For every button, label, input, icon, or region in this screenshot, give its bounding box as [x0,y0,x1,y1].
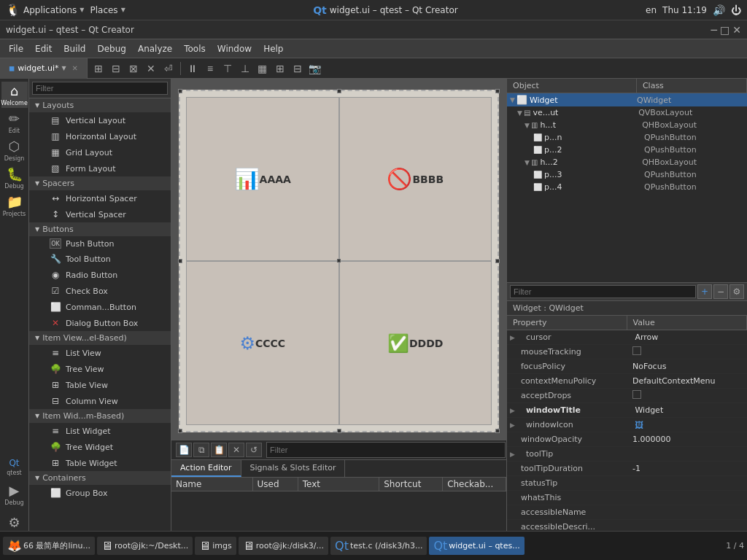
resize-handle-tl[interactable] [178,89,182,93]
volume-icon[interactable]: 🔊 [713,4,725,16]
tab-signals-slots[interactable]: Signals & Slots Editor [241,460,346,477]
taskbar-terminal2[interactable]: 🖥 root@jk:/disk3/... [239,537,328,555]
taskbar-firefox[interactable]: 🦊 66 最简单的linu... [3,537,95,555]
menu-window[interactable]: Window [212,42,258,55]
resize-handle-tm[interactable] [337,89,341,93]
menu-debug[interactable]: Debug [91,42,131,55]
widget-group-box[interactable]: ⬜ Group Box [29,485,171,501]
pe-row-tooltip[interactable]: ▶ toolTip [507,447,747,462]
activity-debug[interactable]: 🐛 Debug [1,165,28,191]
cell1-resize[interactable] [337,259,341,262]
tab-close-icon[interactable]: ✕ [72,64,78,72]
canvas-area[interactable]: 📊 AAAA 🚫 BBBB ⚙ CCCC [171,79,506,440]
widget-tree-widget[interactable]: 🌳 Tree Widget [29,439,171,455]
section-containers[interactable]: Containers [29,471,171,485]
widget-form-layout[interactable]: ▧ Form Layout [29,160,171,176]
activity-edit[interactable]: ✏ Edit [1,109,28,136]
pe-row-accessible-name[interactable]: accessibleName [507,505,747,520]
applications-label[interactable]: Applications [23,5,77,15]
oi-row-push2[interactable]: ⬜ p...2 QPushButton [507,144,747,156]
ae-paste-button[interactable]: 📋 [211,443,227,457]
menu-tools[interactable]: Tools [178,42,212,55]
widget-check-box[interactable]: ☑ Check Box [29,283,171,299]
pe-row-window-title[interactable]: ▶ windowTitle Widget [507,403,747,418]
widget-tree-view[interactable]: 🌳 Tree View [29,361,171,377]
tab-dropdown-icon[interactable]: ▼ [61,65,66,71]
resize-handle-bl[interactable] [178,429,182,433]
power-icon[interactable]: ⏻ [731,4,741,16]
tab-widget-ui[interactable]: ◼ widget.ui* ▼ ✕ [0,58,88,79]
toolbar-btn-12[interactable]: ⊟ [290,61,306,77]
section-item-views[interactable]: Item View...el-Based) [29,331,171,345]
minimize-button[interactable]: ─ [711,24,717,36]
ae-new-button[interactable]: 📄 [176,443,192,457]
toolbar-btn-5[interactable]: ⏎ [160,61,177,77]
toolbar-btn-2[interactable]: ⊟ [108,61,124,77]
menu-analyze[interactable]: Analyze [132,42,178,55]
pe-row-cursor[interactable]: ▶ cursor Arrow [507,330,747,345]
pe-remove-button[interactable]: − [713,284,728,299]
toolbar-btn-10[interactable]: ▦ [255,61,271,77]
widget-column-view[interactable]: ⊟ Column View [29,393,171,409]
taskbar-testc[interactable]: Qt test.c (/disk3/h3... [330,537,427,555]
widget-list-widget[interactable]: ≡ List Widget [29,423,171,439]
oi-row-widget[interactable]: ▼ ⬜ Widget QWidget [507,93,747,106]
widget-horizontal-layout[interactable]: ▥ Horizontal Layout [29,128,171,144]
pe-filter-input[interactable] [510,285,696,298]
resize-handle-bm[interactable] [337,429,341,433]
pe-row-accept-drops[interactable]: acceptDrops [507,389,747,403]
oi-row-push4[interactable]: ⬜ p...4 QPushButton [507,181,747,193]
ae-copy-button[interactable]: ⧉ [193,443,209,457]
pe-add-button[interactable]: + [697,284,712,299]
activity-debug2[interactable]: ▶ Debug [1,481,28,508]
menu-build[interactable]: Build [58,42,91,55]
pe-row-tooltip-duration[interactable]: toolTipDuration -1 [507,462,747,476]
toolbar-btn-8[interactable]: ⊤ [220,61,236,77]
taskbar-imgs[interactable]: 🖥 imgs [195,537,236,555]
pe-row-status-tip[interactable]: statusTip [507,476,747,491]
widget-command-button[interactable]: ⬜ Comman...Button [29,299,171,315]
activity-design[interactable]: ⬡ Design [1,137,28,163]
toolbar-btn-13[interactable]: 📷 [307,61,323,77]
toolbar-btn-7[interactable]: ≡ [202,61,218,77]
widget-dialog-button-box[interactable]: ✕ Dialog Button Box [29,315,171,331]
places-label[interactable]: Places [90,5,117,15]
grid-cell-2[interactable]: 🚫 BBBB [339,97,492,261]
oi-row-vboxlayout[interactable]: ▼ ▤ ve...ut QVBoxLayout [507,106,747,119]
toolbar-btn-3[interactable]: ⊠ [125,61,142,77]
taskbar-widget[interactable]: Qt widget.ui – qtes... [429,537,524,555]
toolbar-btn-1[interactable]: ⊞ [90,61,107,77]
oi-row-hbox2[interactable]: ▼ ▥ h...2 QHBoxLayout [507,156,747,168]
places-menu[interactable]: Places ▼ [90,5,125,15]
widget-horizontal-spacer[interactable]: ↔ Horizontal Spacer [29,190,171,206]
pe-row-window-icon[interactable]: ▶ windowIcon 🖼 [507,418,747,432]
grid-cell-4[interactable]: ✅ DDDD [339,261,492,425]
pe-row-window-opacity[interactable]: windowOpacity 1.000000 [507,432,747,447]
activity-projects[interactable]: 📁 Projects [1,192,28,219]
resize-handle-mr[interactable] [495,259,500,263]
pe-row-whats-this[interactable]: whatsThis [507,491,747,505]
menu-help[interactable]: Help [258,42,289,55]
grid-cell-1[interactable]: 📊 AAAA [186,97,339,261]
taskbar-terminal1[interactable]: 🖥 root@jk:~/Deskt... [97,537,193,555]
close-button[interactable]: ✕ [732,24,741,36]
resize-handle-br[interactable] [495,429,500,433]
section-buttons[interactable]: Buttons [29,222,171,236]
widget-table-view[interactable]: ⊞ Table View [29,377,171,393]
ae-refresh-button[interactable]: ↺ [246,443,262,457]
pe-config-button[interactable]: ⚙ [729,284,744,299]
toolbar-btn-6[interactable]: ⏸ [185,61,201,77]
menu-edit[interactable]: Edit [29,42,58,55]
resize-handle-tr[interactable] [495,89,500,93]
widget-grid-layout[interactable]: ▦ Grid Layout [29,144,171,160]
widget-push-button[interactable]: OK Push Button [29,236,171,251]
toolbar-btn-11[interactable]: ⊞ [272,61,288,77]
widget-vertical-layout[interactable]: ▤ Vertical Layout [29,112,171,128]
acceptdrops-checkbox[interactable] [632,390,641,399]
pe-row-focus-policy[interactable]: focusPolicy NoFocus [507,359,747,374]
ae-delete-button[interactable]: ✕ [228,443,244,457]
tab-action-editor[interactable]: Action Editor [171,460,241,477]
section-spacers[interactable]: Spacers [29,176,171,190]
pe-row-mouse-tracking[interactable]: mouseTracking [507,345,747,359]
oi-row-push3[interactable]: ⬜ p...3 QPushButton [507,168,747,181]
